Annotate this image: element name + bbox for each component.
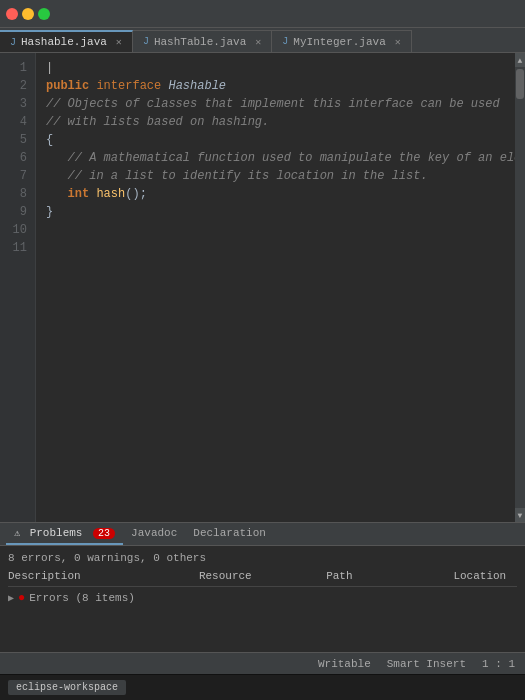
java-file-icon-3: J xyxy=(282,36,288,47)
editor-container: 1 2 3 4 5 6 7 8 9 10 11 public interface… xyxy=(0,53,525,522)
problems-summary: 8 errors, 0 warnings, 0 others xyxy=(8,550,517,568)
col-description: Description xyxy=(8,570,199,582)
java-file-icon: J xyxy=(10,37,16,48)
line-numbers: 1 2 3 4 5 6 7 8 9 10 11 xyxy=(0,53,36,522)
code-line-6: // A mathematical function used to manip… xyxy=(46,149,505,167)
minimize-btn[interactable] xyxy=(22,8,34,20)
code-line-11 xyxy=(46,239,505,257)
tab-bar: J Hashable.java ✕ J HashTable.java ✕ J M… xyxy=(0,28,525,53)
code-line-2: public interface Hashable xyxy=(46,77,505,95)
panel-content: 8 errors, 0 warnings, 0 others Descripti… xyxy=(0,546,525,652)
code-line-7: // in a list to identify its location in… xyxy=(46,167,505,185)
scroll-up[interactable]: ▲ xyxy=(515,53,525,67)
maximize-btn[interactable] xyxy=(38,8,50,20)
code-line-10 xyxy=(46,221,505,239)
status-writable: Writable xyxy=(318,658,371,670)
tab-myinteger[interactable]: J MyInteger.java ✕ xyxy=(272,30,411,52)
taskbar: eclipse-workspace xyxy=(0,674,525,700)
close-btn[interactable] xyxy=(6,8,18,20)
code-line-4: // with lists based on hashing. xyxy=(46,113,505,131)
java-file-icon-2: J xyxy=(143,36,149,47)
code-line-3: // Objects of classes that implement thi… xyxy=(46,95,505,113)
panel-tab-javadoc[interactable]: Javadoc xyxy=(123,523,185,545)
errors-row[interactable]: ▶ ● Errors (8 items) xyxy=(8,587,517,609)
tab-close-myinteger[interactable]: ✕ xyxy=(395,36,401,48)
status-smart-insert: Smart Insert xyxy=(387,658,466,670)
col-location: Location xyxy=(453,570,517,582)
scrollbar[interactable]: ▲ ▼ xyxy=(515,53,525,522)
tab-label-hashtable: HashTable.java xyxy=(154,36,246,48)
tab-hashtable[interactable]: J HashTable.java ✕ xyxy=(133,30,272,52)
scroll-down[interactable]: ▼ xyxy=(515,508,525,522)
panel-columns-header: Description Resource Path Location xyxy=(8,568,517,587)
tab-hashable[interactable]: J Hashable.java ✕ xyxy=(0,30,133,52)
col-path: Path xyxy=(326,570,453,582)
expand-icon: ▶ xyxy=(8,592,14,604)
scroll-thumb[interactable] xyxy=(516,69,524,99)
code-line-8: int hash(); xyxy=(46,185,505,203)
problems-icon: ⚠ xyxy=(14,528,20,539)
code-line-9: } xyxy=(46,203,505,221)
panel-tab-problems-label: Problems xyxy=(30,527,83,539)
code-editor[interactable]: public interface Hashable // Objects of … xyxy=(36,53,515,522)
panel-tab-javadoc-label: Javadoc xyxy=(131,527,177,539)
tab-label-myinteger: MyInteger.java xyxy=(293,36,385,48)
window-chrome xyxy=(0,0,525,28)
code-line-5: { xyxy=(46,131,505,149)
panel-tab-problems[interactable]: ⚠ Problems 23 xyxy=(6,523,123,545)
bottom-panel: ⚠ Problems 23 Javadoc Declaration 8 erro… xyxy=(0,522,525,652)
status-bar: Writable Smart Insert 1 : 1 xyxy=(0,652,525,674)
taskbar-workspace[interactable]: eclipse-workspace xyxy=(8,680,126,695)
panel-tabs: ⚠ Problems 23 Javadoc Declaration xyxy=(0,523,525,546)
panel-tab-declaration[interactable]: Declaration xyxy=(185,523,274,545)
errors-label: Errors (8 items) xyxy=(29,592,135,604)
tab-close-hashable[interactable]: ✕ xyxy=(116,36,122,48)
error-icon: ● xyxy=(18,591,25,605)
status-position: 1 : 1 xyxy=(482,658,515,670)
panel-tab-declaration-label: Declaration xyxy=(193,527,266,539)
problems-badge: 23 xyxy=(93,528,115,539)
tab-label-hashable: Hashable.java xyxy=(21,36,107,48)
code-line-1 xyxy=(46,59,505,77)
tab-close-hashtable[interactable]: ✕ xyxy=(255,36,261,48)
col-resource: Resource xyxy=(199,570,326,582)
